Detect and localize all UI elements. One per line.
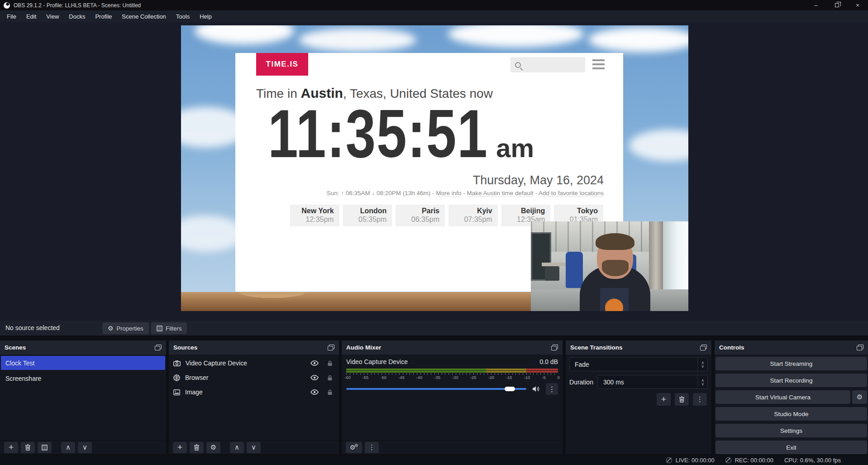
trash-icon bbox=[194, 444, 200, 451]
source-properties-button[interactable]: ⚙ bbox=[206, 442, 220, 453]
menu-help[interactable]: Help bbox=[195, 13, 217, 20]
menu-edit[interactable]: Edit bbox=[21, 13, 41, 20]
mute-toggle[interactable] bbox=[530, 386, 542, 392]
source-row-video-capture[interactable]: Video Capture Device bbox=[169, 356, 339, 370]
filter-icon bbox=[42, 445, 48, 451]
cloud bbox=[195, 25, 294, 44]
status-bar: LIVE: 00:00:00 REC: 00:00:00 CPU: 0.6%, … bbox=[0, 455, 868, 465]
hamburger-menu-icon[interactable] bbox=[592, 59, 605, 69]
visibility-toggle[interactable] bbox=[309, 389, 320, 395]
remove-transition-button[interactable] bbox=[675, 393, 689, 406]
person-beard bbox=[602, 260, 629, 276]
properties-button[interactable]: ⚙ Properties bbox=[102, 322, 149, 334]
city-tile[interactable]: Kyiv07:35pm bbox=[448, 205, 498, 226]
advanced-audio-button[interactable]: ⚙⚙ bbox=[346, 442, 362, 453]
timeis-searchbox[interactable] bbox=[510, 57, 585, 72]
timeis-logo[interactable]: TIME.IS bbox=[256, 53, 308, 76]
search-icon bbox=[515, 62, 521, 68]
add-transition-button[interactable]: + bbox=[657, 393, 671, 406]
settings-button[interactable]: Settings bbox=[715, 424, 867, 437]
menu-scene-collection[interactable]: Scene Collection bbox=[117, 13, 171, 20]
webcam-overlay[interactable] bbox=[531, 221, 688, 311]
scene-transitions-header[interactable]: Scene Transitions bbox=[566, 340, 711, 355]
move-source-up-button[interactable]: ∧ bbox=[230, 442, 244, 453]
virtual-camera-config-button[interactable]: ⚙ bbox=[852, 390, 867, 404]
person-shirt bbox=[600, 288, 629, 311]
spinner-updown-icon[interactable]: ∧∨ bbox=[697, 375, 707, 388]
exit-button[interactable]: Exit bbox=[715, 441, 867, 454]
popout-dock-icon[interactable] bbox=[857, 345, 863, 350]
popout-dock-icon[interactable] bbox=[155, 345, 162, 350]
source-row-browser[interactable]: Browser bbox=[169, 371, 339, 384]
transition-select[interactable]: Fade ∧∨ bbox=[569, 357, 708, 371]
clock-ampm: am bbox=[496, 133, 534, 163]
popout-dock-icon[interactable] bbox=[328, 345, 334, 350]
sources-list: Video Capture Device Browser Image bbox=[169, 355, 339, 440]
mixer-options-button[interactable]: ⋮ bbox=[546, 383, 558, 395]
trash-icon bbox=[679, 396, 685, 403]
menu-profile[interactable]: Profile bbox=[90, 13, 117, 20]
popout-dock-icon[interactable] bbox=[551, 345, 558, 350]
move-scene-down-button[interactable]: ∨ bbox=[78, 442, 92, 453]
make-default-link[interactable]: Make Austin time default bbox=[467, 190, 534, 197]
lock-toggle[interactable] bbox=[325, 375, 334, 381]
scenes-panel-header[interactable]: Scenes bbox=[0, 340, 166, 355]
clock-digits: 11:35:51 bbox=[268, 98, 488, 170]
chevron-updown-icon[interactable]: ∧∨ bbox=[697, 358, 707, 371]
source-row-image[interactable]: Image bbox=[169, 385, 339, 399]
audio-mixer-header[interactable]: Audio Mixer bbox=[342, 340, 563, 355]
start-streaming-button[interactable]: Start Streaming bbox=[715, 357, 867, 370]
scene-item-clock-test[interactable]: Clock Test bbox=[1, 356, 165, 370]
remove-source-button[interactable] bbox=[190, 442, 204, 453]
person-hair bbox=[596, 233, 634, 250]
blue-couch bbox=[566, 252, 583, 288]
city-tile[interactable]: New York12:35pm bbox=[290, 205, 339, 226]
menu-view[interactable]: View bbox=[41, 13, 64, 20]
volume-slider-handle[interactable] bbox=[505, 387, 515, 391]
obs-logo-icon bbox=[4, 2, 10, 9]
sources-panel: Sources Video Capture Device Browser bbox=[169, 340, 339, 454]
scene-filters-button[interactable] bbox=[38, 442, 52, 453]
add-favorite-link[interactable]: Add to favorite locations bbox=[539, 190, 604, 197]
controls-panel: Controls Start Streaming Start Recording… bbox=[715, 340, 868, 454]
mixer-menu-button[interactable]: ⋮ bbox=[365, 442, 379, 453]
start-recording-button[interactable]: Start Recording bbox=[715, 374, 867, 387]
restore-icon bbox=[835, 3, 839, 7]
transition-options-button[interactable]: ⋮ bbox=[693, 393, 707, 406]
move-source-down-button[interactable]: ∨ bbox=[247, 442, 261, 453]
lock-toggle[interactable] bbox=[325, 360, 334, 366]
lock-toggle[interactable] bbox=[325, 389, 334, 395]
obs-window: OBS 29.1.2 - Profile: LLHLS BETA - Scene… bbox=[0, 0, 868, 465]
duration-input[interactable]: 300 ms ∧∨ bbox=[597, 375, 708, 389]
controls-header[interactable]: Controls bbox=[715, 340, 868, 355]
visibility-toggle[interactable] bbox=[309, 360, 320, 366]
menu-tools[interactable]: Tools bbox=[171, 13, 195, 20]
audio-mixer-body: Video Capture Device 0.0 dB -60-55-50-45… bbox=[342, 355, 563, 440]
remove-scene-button[interactable] bbox=[21, 442, 35, 453]
move-scene-up-button[interactable]: ∧ bbox=[61, 442, 75, 453]
visibility-toggle[interactable] bbox=[309, 375, 320, 380]
eye-icon bbox=[310, 389, 319, 395]
start-virtual-camera-button[interactable]: Start Virtual Camera bbox=[715, 390, 850, 404]
more-info-link[interactable]: More info bbox=[436, 190, 461, 197]
city-tile[interactable]: London05:35pm bbox=[343, 205, 392, 226]
menu-file[interactable]: File bbox=[2, 13, 21, 20]
restore-button[interactable] bbox=[826, 0, 847, 10]
scenes-panel: Scenes Clock Test Screenshare + ∧ ∨ bbox=[0, 340, 166, 454]
city-tile[interactable]: Paris06:35pm bbox=[396, 205, 445, 226]
close-button[interactable]: × bbox=[847, 0, 868, 10]
timeis-clock: 11:35:51 am bbox=[268, 98, 534, 170]
studio-mode-button[interactable]: Studio Mode bbox=[715, 407, 867, 421]
menu-bar: File Edit View Docks Profile Scene Colle… bbox=[0, 10, 868, 22]
minimize-button[interactable]: – bbox=[806, 0, 826, 10]
volume-slider[interactable] bbox=[346, 388, 526, 390]
menu-docks[interactable]: Docks bbox=[64, 13, 90, 20]
sources-panel-header[interactable]: Sources bbox=[169, 340, 339, 355]
scene-item-screenshare[interactable]: Screenshare bbox=[1, 371, 165, 385]
add-scene-button[interactable]: + bbox=[4, 442, 18, 453]
program-canvas[interactable]: TIME.IS Time in Austin, Texas, United St… bbox=[181, 25, 688, 311]
popout-dock-icon[interactable] bbox=[700, 345, 707, 350]
add-source-button[interactable]: + bbox=[173, 442, 187, 453]
gear-icon: ⚙ bbox=[354, 444, 358, 448]
filters-button[interactable]: Filters bbox=[151, 322, 187, 334]
